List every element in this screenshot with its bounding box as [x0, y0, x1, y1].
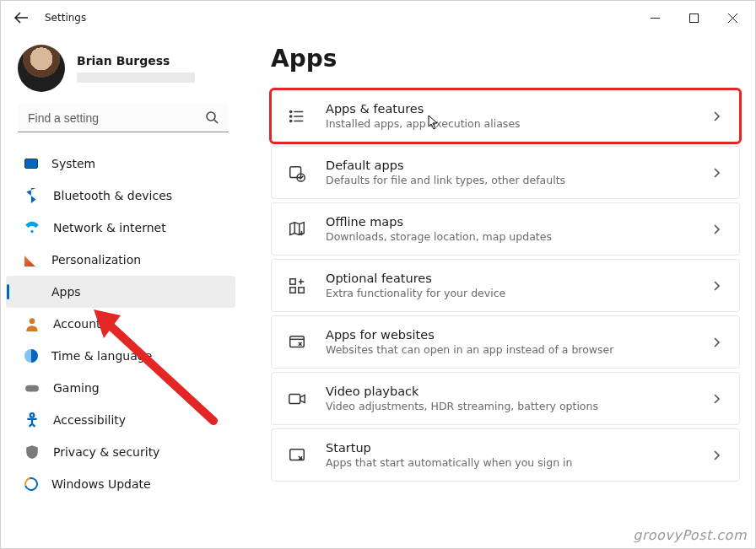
settings-cards: Apps & features Installed apps, app exec…: [271, 89, 740, 482]
card-desc: Defaults for file and link types, other …: [326, 174, 692, 186]
svg-point-5: [30, 413, 35, 417]
sidebar-item-update[interactable]: Windows Update: [6, 468, 235, 500]
sidebar-item-accounts[interactable]: Accounts: [6, 308, 235, 340]
svg-rect-9: [290, 166, 301, 177]
card-desc: Video adjustments, HDR streaming, batter…: [326, 400, 692, 412]
profile-block[interactable]: Brian Burgess: [1, 40, 246, 102]
apps-icon: [24, 285, 38, 299]
nav-list: System Bluetooth & devices Network & int…: [1, 148, 246, 500]
svg-point-7: [290, 115, 292, 116]
sidebar-item-privacy[interactable]: Privacy & security: [6, 436, 235, 468]
card-title: Apps & features: [326, 102, 692, 116]
chevron-right-icon: [709, 111, 726, 121]
card-apps-websites[interactable]: Apps for websites Websites that can open…: [271, 315, 740, 369]
sidebar-item-label: Gaming: [53, 381, 100, 395]
card-title: Default apps: [326, 159, 692, 172]
sidebar-item-label: Time & language: [51, 349, 152, 363]
sidebar-item-network[interactable]: Network & internet: [6, 212, 235, 244]
page-title: Apps: [271, 45, 740, 73]
main-panel: Apps Apps & features Installed apps, app…: [246, 35, 755, 549]
close-icon: [728, 13, 737, 23]
svg-rect-12: [290, 287, 295, 292]
card-title: Optional features: [326, 272, 692, 285]
card-title: Offline maps: [326, 215, 692, 229]
svg-point-8: [290, 120, 292, 121]
sidebar-item-label: Privacy & security: [53, 445, 159, 459]
maximize-icon: [689, 13, 699, 23]
search-icon: [205, 110, 220, 126]
sidebar-item-accessibility[interactable]: Accessibility: [6, 404, 235, 436]
accessibility-icon: [24, 412, 40, 428]
chevron-right-icon: [709, 281, 726, 291]
back-arrow-icon: [14, 11, 28, 24]
card-optional-features[interactable]: Optional features Extra functionality fo…: [271, 259, 740, 312]
svg-point-6: [290, 110, 292, 112]
svg-point-2: [30, 230, 33, 233]
svg-point-1: [207, 112, 215, 121]
card-title: Video playback: [326, 385, 692, 398]
gaming-icon: [24, 380, 40, 396]
card-apps-features[interactable]: Apps & features Installed apps, app exec…: [271, 89, 740, 143]
profile-email-placeholder: [77, 73, 195, 83]
svg-rect-0: [689, 13, 698, 22]
default-apps-icon: [285, 164, 309, 182]
card-desc: Installed apps, app execution aliases: [326, 117, 692, 130]
window-controls: [635, 1, 752, 35]
minimize-button[interactable]: [635, 1, 674, 35]
wifi-icon: [24, 220, 40, 235]
sidebar: Brian Burgess System Bluetooth & devices…: [1, 35, 246, 549]
card-desc: Extra functionality for your device: [326, 287, 692, 299]
back-button[interactable]: [4, 1, 38, 35]
minimize-icon: [651, 13, 660, 23]
card-desc: Websites that can open in an app instead…: [326, 343, 692, 356]
search-box[interactable]: [18, 104, 229, 132]
chevron-right-icon: [709, 394, 726, 404]
sidebar-item-personalization[interactable]: Personalization: [6, 244, 235, 276]
sidebar-item-label: Accessibility: [53, 413, 126, 427]
sidebar-item-label: Bluetooth & devices: [53, 189, 172, 202]
sidebar-item-time[interactable]: Time & language: [6, 340, 235, 372]
sidebar-item-gaming[interactable]: Gaming: [6, 372, 235, 404]
svg-rect-13: [299, 287, 304, 292]
sidebar-item-label: Windows Update: [51, 477, 151, 491]
card-offline-maps[interactable]: Offline maps Downloads, storage location…: [271, 202, 740, 256]
sidebar-item-apps[interactable]: Apps: [6, 276, 235, 308]
svg-rect-14: [290, 336, 305, 347]
personalization-icon: [24, 253, 38, 266]
svg-rect-11: [290, 278, 295, 283]
maximize-button[interactable]: [674, 1, 713, 35]
time-icon: [24, 349, 38, 363]
card-title: Apps for websites: [326, 328, 692, 342]
sidebar-item-label: Network & internet: [53, 221, 166, 234]
watermark: groovyPost.com: [633, 527, 747, 543]
avatar: [18, 45, 65, 92]
video-icon: [285, 390, 309, 408]
sidebar-item-label: Accounts: [53, 317, 107, 331]
card-desc: Apps that start automatically when you s…: [326, 456, 692, 469]
system-icon: [24, 159, 38, 169]
titlebar: Settings: [1, 1, 755, 35]
close-button[interactable]: [713, 1, 752, 35]
search-input[interactable]: [18, 104, 229, 132]
privacy-icon: [24, 444, 40, 460]
bluetooth-icon: [24, 188, 40, 203]
sidebar-item-bluetooth[interactable]: Bluetooth & devices: [6, 180, 235, 212]
card-title: Startup: [326, 441, 692, 455]
profile-name: Brian Burgess: [77, 54, 195, 67]
startup-icon: [285, 446, 309, 465]
chevron-right-icon: [709, 450, 726, 460]
window-title: Settings: [45, 12, 86, 24]
list-icon: [285, 107, 309, 126]
svg-rect-4: [25, 385, 39, 392]
card-default-apps[interactable]: Default apps Defaults for file and link …: [271, 146, 740, 199]
update-icon: [22, 475, 40, 493]
sidebar-item-system[interactable]: System: [6, 148, 235, 180]
sidebar-item-label: Apps: [51, 285, 81, 299]
map-icon: [285, 220, 309, 239]
accounts-icon: [24, 316, 40, 331]
card-startup[interactable]: Startup Apps that start automatically wh…: [271, 428, 740, 482]
optional-icon: [285, 277, 309, 295]
card-video-playback[interactable]: Video playback Video adjustments, HDR st…: [271, 372, 740, 425]
svg-rect-15: [289, 394, 300, 403]
card-desc: Downloads, storage location, map updates: [326, 230, 692, 243]
